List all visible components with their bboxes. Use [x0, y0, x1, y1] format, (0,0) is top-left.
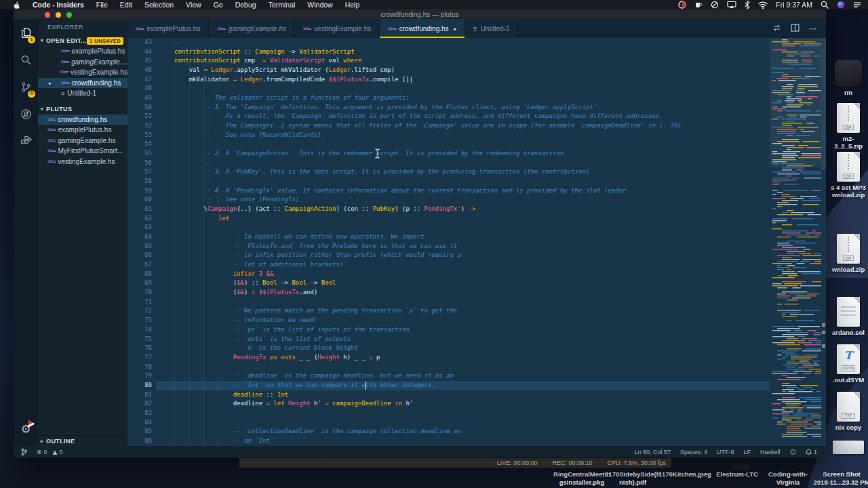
file-row-MyFirstPlutusSmart-[interactable]: >>=MyFirstPlutusSmart...	[38, 146, 127, 157]
editor-content[interactable]: 4344454647484950515253545556575859606162…	[127, 38, 826, 446]
zoom-button[interactable]	[66, 12, 72, 18]
desktop-item-s-4-set-MP3[interactable]: ZIPs 4 set MP3wnload.zip	[829, 152, 868, 199]
airplay-display-icon[interactable]	[727, 1, 736, 9]
siri-icon[interactable]	[837, 1, 845, 9]
notification-center-icon[interactable]	[853, 1, 861, 8]
line-number: 76	[127, 344, 166, 353]
wifi-icon[interactable]	[758, 1, 768, 9]
menu-clock[interactable]: Fri 9:37 AM	[776, 1, 812, 9]
code-line: -- 3. A 'PubKey'. This is the data scrip…	[174, 167, 764, 177]
minimize-button[interactable]	[56, 12, 61, 18]
desktop-item-rm[interactable]: rm	[829, 60, 868, 96]
settings-gear-santa-icon[interactable]: ⚙	[20, 422, 31, 436]
status-spaces-4[interactable]: Spaces: 4	[675, 446, 712, 458]
explorer-activity-icon[interactable]: 1	[14, 19, 38, 46]
split-editor-icon[interactable]	[791, 24, 800, 33]
menu-item-window[interactable]: Window	[301, 0, 338, 9]
desktop-item-label[interactable]: Coding-with-Virginia	[768, 470, 808, 486]
file-row-vestingExample-hs[interactable]: >>=vestingExample.hs	[38, 157, 127, 167]
tab-examplePlutus-hs[interactable]: >>=examplePlutus.hs	[127, 19, 209, 38]
feedback-smiley-icon[interactable]: ☺	[785, 446, 801, 458]
file-row-gamingExample-[interactable]: >>=gamingExample....	[38, 57, 127, 68]
menu-item-help[interactable]: Help	[339, 0, 366, 9]
code-area[interactable]: --contributionScript :: Campaign -> Vali…	[174, 38, 764, 446]
menu-item-code-insiders[interactable]: Code - Insiders	[26, 0, 90, 9]
desktop-item-m2-3-2-5-zip[interactable]: ZIPm2-3_2_5.zip	[829, 103, 868, 150]
file-row-vestingExample-hs[interactable]: >>=vestingExample.hs	[38, 67, 127, 78]
desktop-item-label[interactable]: 1170SidebySide(finish).pdf	[606, 470, 660, 486]
code-line: --	[174, 159, 764, 168]
menu-item-selection[interactable]: Selection	[138, 0, 180, 9]
menu-item-go[interactable]: Go	[208, 0, 229, 9]
menu-item-terminal[interactable]: Terminal	[262, 0, 302, 9]
clock-slash-icon[interactable]	[711, 1, 719, 9]
folder-header[interactable]: ▾ PLUTUS	[38, 104, 127, 115]
line-number: 72	[127, 306, 166, 316]
desktop-item-wnload-zip[interactable]: ZIPwnload.zip	[829, 234, 868, 273]
scrollbar-thumb[interactable]	[821, 38, 826, 170]
menu-item-debug[interactable]: Debug	[229, 0, 262, 9]
desktop-item-label: ardano.sol	[829, 329, 868, 336]
zip-tag: ZIP	[843, 256, 854, 261]
notifications-bell[interactable]: 1	[801, 446, 822, 458]
file-row-examplePlutus-hs[interactable]: >>=examplePlutus.hs	[38, 46, 127, 57]
tab-gamingExample-hs[interactable]: >>=gamingExample.hs	[209, 19, 295, 38]
apple-menu-icon[interactable]	[7, 1, 26, 9]
outline-header[interactable]: ▸ OUTLINE	[38, 435, 127, 446]
tab-label: crowdfunding.hs	[399, 25, 449, 33]
file-row-examplePlutus-hs[interactable]: >>=examplePlutus.hs	[38, 125, 127, 136]
git-branch-icon[interactable]	[16, 446, 32, 458]
desktop-item-label[interactable]: Electrum-LTC	[716, 470, 758, 479]
status-utf-8[interactable]: UTF-8	[712, 446, 739, 458]
tab-Untitled-1[interactable]: ≡Untitled-1	[465, 19, 519, 38]
desktop-item-nix-copy[interactable]: TXTnix copy	[829, 392, 868, 431]
menu-item-view[interactable]: View	[180, 0, 208, 9]
screen-recorder-bar[interactable]: LIVE: 00:00:00 REC: 00:09:10 CPU: 7.6%, …	[239, 458, 671, 468]
status-haskell[interactable]: Haskell	[755, 446, 785, 458]
menu-item-file[interactable]: File	[90, 0, 114, 9]
debug-activity-icon[interactable]	[14, 100, 38, 127]
menu-status-area: Fri 9:37 AM	[678, 1, 868, 9]
close-button[interactable]	[45, 12, 50, 18]
code-line: -- `ps` is the list of inputs of the tra…	[174, 325, 764, 335]
desktop-item--out-dSYM[interactable]: TdSYM.out.dSYM	[829, 344, 868, 384]
desktop-item-label[interactable]: Screen Shot2018-11...23.32 PM	[814, 470, 868, 486]
bluetooth-icon[interactable]	[745, 1, 750, 9]
desktop-item-label[interactable]: 1170Kitchen.jpeg	[658, 470, 711, 479]
line-number: 43	[127, 38, 166, 47]
line-number: 59	[127, 186, 166, 196]
code-line: -- 2. A 'CampaignAction'. This is the re…	[174, 149, 764, 159]
file-row-Untitled-1[interactable]: ≡Untitled-1	[38, 88, 127, 99]
status-lf[interactable]: LF	[739, 446, 756, 458]
desktop-item-ardano-sol[interactable]: ardano.sol	[829, 297, 868, 336]
line-number: 84	[127, 418, 166, 428]
code-line: -- The validator script is a function of…	[174, 94, 764, 103]
tab-crowdfunding-hs[interactable]: >>=crowdfunding.hs●	[380, 19, 465, 38]
twisty-icon: ▾	[38, 38, 46, 43]
desktop-item-label: m2-3_2_5.zip	[829, 135, 868, 150]
desktop-item-label[interactable]: RingCentralMeetingsInstaller.pkg	[553, 470, 610, 486]
desktop-item-shot[interactable]	[829, 441, 868, 454]
search-activity-icon[interactable]	[14, 46, 38, 73]
file-row-crowdfunding-hs[interactable]: >>=crowdfunding.hs	[38, 115, 127, 125]
toggle-layout-icon[interactable]	[772, 24, 781, 33]
code-line	[174, 298, 764, 307]
menu-item-edit[interactable]: Edit	[114, 0, 138, 9]
file-row-crowdfunding-hs[interactable]: ●>>=crowdfunding.hs	[38, 78, 127, 89]
file-list: >>=crowdfunding.hs>>=examplePlutus.hs>>=…	[38, 115, 127, 167]
more-actions-icon[interactable]: ⋯	[809, 24, 816, 33]
minimap-slider[interactable]	[770, 38, 821, 167]
open-editors-header[interactable]: ▾ OPEN EDIT... 1 UNSAVED	[38, 35, 127, 46]
source-control-activity-icon[interactable]	[14, 73, 38, 100]
vertical-scrollbar[interactable]	[821, 38, 826, 446]
window-titlebar[interactable]: crowdfunding.hs — plutus	[14, 9, 826, 19]
screen-recorder-icon[interactable]	[678, 1, 686, 9]
status-ln-80-col-57[interactable]: Ln 80, Col 57	[629, 446, 675, 458]
extensions-activity-icon[interactable]	[14, 127, 38, 155]
file-row-gamingExample-hs[interactable]: >>=gamingExample.hs	[38, 136, 127, 146]
line-number: 86	[127, 436, 166, 446]
problems-indicator[interactable]: ⊗0 ▲0	[32, 446, 68, 458]
spotlight-icon[interactable]	[821, 1, 829, 9]
cup-app-icon[interactable]	[694, 1, 703, 9]
tab-vestingExample-hs[interactable]: >>=vestingExample.hs	[295, 19, 380, 38]
